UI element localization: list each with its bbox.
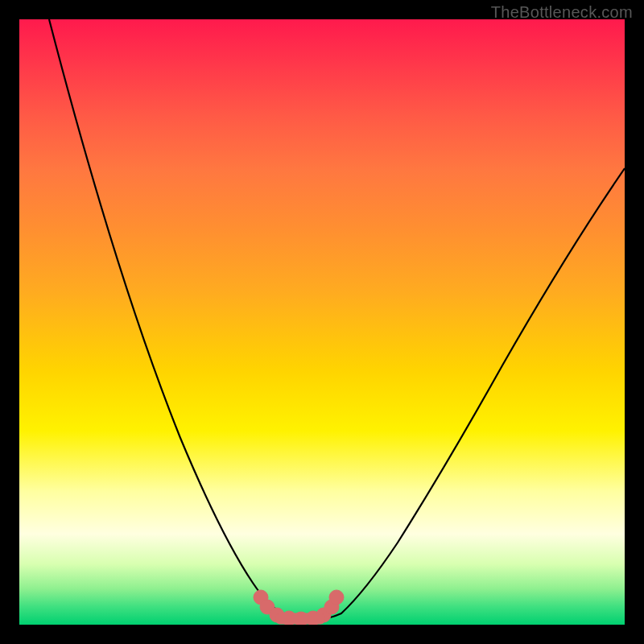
chart-svg bbox=[19, 19, 625, 625]
bottleneck-curve bbox=[49, 19, 625, 619]
svg-rect-9 bbox=[275, 613, 325, 624]
chart-frame: TheBottleneck.com bbox=[0, 0, 644, 644]
attribution-label: TheBottleneck.com bbox=[491, 3, 633, 22]
plot-area bbox=[19, 19, 625, 625]
optimal-zone-markers bbox=[254, 590, 344, 625]
svg-point-8 bbox=[329, 590, 344, 605]
